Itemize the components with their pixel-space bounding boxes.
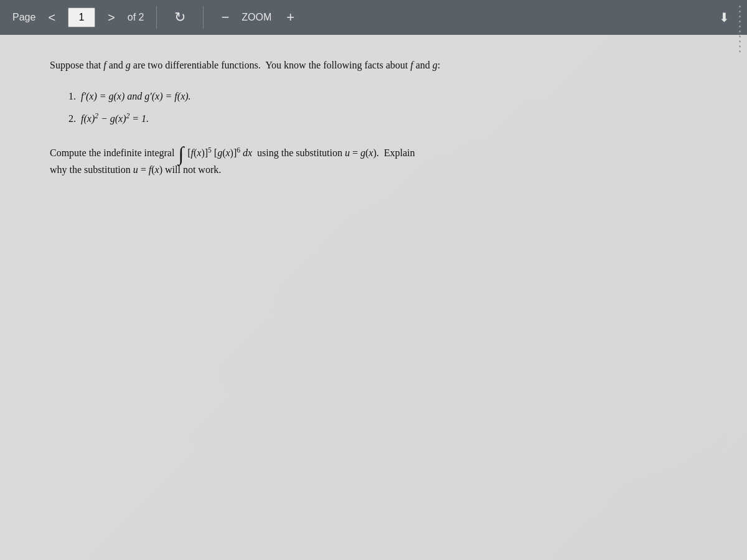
intro-f2: f <box>410 60 413 70</box>
integral-symbol: ∫ <box>178 142 184 165</box>
zoom-label: ZOOM <box>242 12 271 23</box>
compute-fx: f <box>190 147 193 158</box>
intro-paragraph: Suppose that f and g are two differentia… <box>50 57 697 73</box>
compute-paragraph: Compute the indefinite integral ∫ [f(x)]… <box>50 144 697 178</box>
prev-page-button[interactable]: < <box>43 9 60 26</box>
toolbar-divider-1 <box>156 6 157 29</box>
compute-gx: g <box>217 147 222 158</box>
compute-u-fx: u <box>133 164 138 175</box>
intro-g: g <box>126 60 131 70</box>
toolbar: Page < > of 2 ↻ − ZOOM + ⬇ <box>0 0 747 35</box>
zoom-plus-button[interactable]: + <box>279 7 302 28</box>
intro-g2: g <box>433 60 438 70</box>
intro-f: f <box>103 60 106 70</box>
fact1-math: f′(x) = g(x) and g′(x) = f(x). <box>81 91 191 101</box>
fact-2: 2. f(x)2 − g(x)2 = 1. <box>68 111 697 127</box>
toolbar-divider-2 <box>203 6 204 29</box>
facts-list: 1. f′(x) = g(x) and g′(x) = f(x). 2. f(x… <box>68 88 697 126</box>
page-number-input[interactable] <box>68 7 95 27</box>
content-area: Suppose that f and g are two differentia… <box>0 35 747 560</box>
compute-u-eq: u <box>345 147 350 158</box>
next-page-button[interactable]: > <box>103 9 120 26</box>
page-label: Page <box>12 12 35 23</box>
right-dots-decoration <box>739 0 741 560</box>
fact-1: 1. f′(x) = g(x) and g′(x) = f(x). <box>68 88 697 105</box>
reload-button[interactable]: ↻ <box>169 7 190 28</box>
of-label: of 2 <box>128 12 144 23</box>
fact2-math: f(x)2 − g(x)2 = 1. <box>81 113 149 124</box>
download-button[interactable]: ⬇ <box>714 7 735 27</box>
math-content: Suppose that f and g are two differentia… <box>50 57 697 178</box>
zoom-minus-button[interactable]: − <box>216 7 234 28</box>
